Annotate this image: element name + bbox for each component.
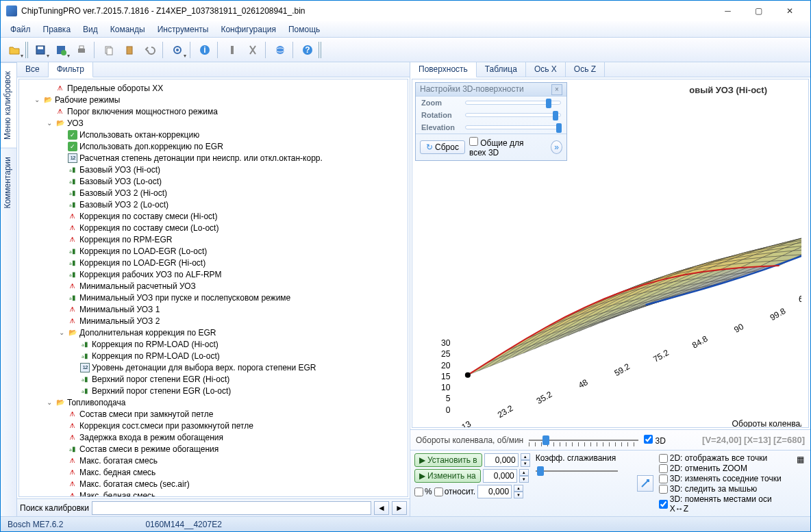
save-as-button[interactable] [51, 40, 71, 60]
tree-item[interactable]: ✓Использовать октан-коррекцию [21, 129, 406, 140]
menu-commands[interactable]: Команды [106, 23, 149, 36]
grid-icon[interactable]: ▦ [794, 453, 806, 466]
tree-item[interactable]: ⌄📂Рабочие режимы [21, 94, 406, 105]
menu-view[interactable]: Вид [79, 23, 102, 36]
tab-surface[interactable]: Поверхность [410, 62, 477, 77]
sidetab-calibrations[interactable]: Меню калибровок [1, 62, 16, 148]
tree-item[interactable]: ⌄📂УОЗ [21, 117, 406, 129]
save-button[interactable] [31, 40, 50, 60]
tool1-button[interactable] [223, 40, 242, 60]
tree-item[interactable]: ⩚Состав смеси при замкнутой петле [21, 408, 406, 420]
tree-item[interactable]: ₐ▮Коррекция по RPM-LOAD (Hi-oct) [21, 338, 406, 350]
menu-tools[interactable]: Инструменты [153, 23, 213, 36]
option-check[interactable]: 3D: поменять местами оси X↔Z [659, 494, 788, 514]
tab-axis-x[interactable]: Ось X [526, 62, 566, 77]
smooth-slider[interactable] [536, 465, 618, 477]
shared-checkbox[interactable]: Общие для всех 3D [469, 137, 542, 157]
change-spinner[interactable]: ▲▼ [519, 469, 529, 483]
menu-file[interactable]: Файл [6, 23, 35, 36]
settings-close-button[interactable]: × [551, 84, 562, 95]
tree-item[interactable]: ⩚Макс. бедная смесь [21, 490, 406, 497]
tree-item[interactable]: ⩚Коррекция по RPM-EGR [21, 233, 406, 245]
tab-all[interactable]: Все [17, 62, 49, 77]
tree-item[interactable]: ⩚Минимальный УОЗ 2 [21, 315, 406, 327]
tree-item[interactable]: ⩚Коррекция по составу смеси (Lo-oct) [21, 222, 406, 233]
search-input[interactable] [92, 501, 371, 515]
tree-item[interactable]: ⩚Макс. богатая смесь [21, 455, 406, 466]
tree-item[interactable]: ₐ▮Верхний порог степени EGR (Lo-oct) [21, 385, 406, 396]
tree-item[interactable]: ⌄📂Топливоподача [21, 396, 406, 408]
maximize-button[interactable]: ▢ [743, 1, 774, 21]
tree-item[interactable]: ₐ▮Состав смеси в режиме обогащения [21, 443, 406, 455]
tree-item[interactable]: 1.2Уровень детонации для выбора верх. по… [21, 362, 406, 373]
globe-button[interactable] [271, 40, 290, 60]
chart-area[interactable]: Настройки 3D-поверхности × Zoom Rotation… [412, 79, 809, 428]
help-button[interactable]: ? [298, 40, 317, 60]
set-button[interactable]: ▶ Установить в [414, 453, 482, 467]
info-button[interactable]: i [195, 40, 214, 60]
tab-axis-z[interactable]: Ось Z [566, 62, 605, 77]
tree-item[interactable]: ₐ▮Коррекция по RPM-LOAD (Lo-oct) [21, 350, 406, 362]
tree-item[interactable]: ⌄📂Дополнительная коррекция по EGR [21, 327, 406, 338]
tree-item[interactable]: ₐ▮Базовый УОЗ (Hi-oct) [21, 164, 406, 175]
reset-button[interactable]: ↻Сброс [420, 140, 465, 154]
minimize-button[interactable]: ─ [712, 1, 743, 21]
tree-item[interactable]: ₐ▮Базовый УОЗ (Lo-oct) [21, 175, 406, 187]
option-check[interactable]: 3D: следить за мышью [659, 484, 788, 494]
print-button[interactable] [72, 40, 91, 60]
tab-table[interactable]: Таблица [477, 62, 526, 77]
tree-item[interactable]: ₐ▮Верхний порог степени EGR (Hi-oct) [21, 373, 406, 385]
rotation-slider[interactable] [465, 113, 561, 117]
tree-item[interactable]: ₐ▮Коррекция по LOAD-EGR (Lo-oct) [21, 245, 406, 257]
elevation-slider[interactable] [465, 125, 561, 129]
relative-checkbox[interactable]: относит. [434, 487, 475, 496]
tree-item[interactable]: ⩚Коррекция сост.смеси при разомкнутой пе… [21, 420, 406, 431]
paste-button[interactable] [120, 40, 139, 60]
tree-item[interactable]: ₐ▮Базовый УОЗ 2 (Hi-oct) [21, 187, 406, 199]
tree-item[interactable]: ₐ▮Коррекция рабочих УОЗ по ALF-RPM [21, 268, 406, 280]
zoom-slider[interactable] [465, 101, 561, 105]
tree-item[interactable]: ₐ▮Базовый УОЗ 2 (Lo-oct) [21, 199, 406, 210]
tree-item[interactable]: ⩚Порог включения мощностного режима [21, 105, 406, 117]
set-value-input[interactable] [484, 453, 519, 467]
expand-button[interactable]: » [551, 140, 562, 154]
change-button[interactable]: ▶ Изменить на [414, 469, 481, 483]
toolbar-handle-2[interactable] [319, 42, 323, 58]
tree-item[interactable]: ⩚Минимальный расчетный УОЗ [21, 280, 406, 292]
set-spinner[interactable]: ▲▼ [521, 453, 530, 467]
tree-item[interactable]: ⩚Предельные обороты ХХ [21, 82, 406, 94]
search-next-button[interactable]: ► [392, 501, 407, 515]
tree-item[interactable]: ⩚Коррекция по составу смеси (Hi-oct) [21, 210, 406, 222]
apply-smooth-button[interactable] [637, 475, 653, 492]
option-check[interactable]: 2D: отменить ZOOM [659, 464, 788, 473]
menu-edit[interactable]: Правка [39, 23, 75, 36]
sidetab-comments[interactable]: Комментарии [1, 148, 16, 217]
gear-button[interactable] [168, 40, 187, 60]
open-button[interactable] [5, 40, 24, 60]
calibration-tree[interactable]: ⩚Предельные обороты ХХ⌄📂Рабочие режимы⩚П… [18, 79, 408, 497]
tool2-button[interactable] [243, 40, 262, 60]
tree-item[interactable]: ✓Использовать доп.коррекцию по EGR [21, 140, 406, 152]
tree-item[interactable]: ⩚Макс. богатая смесь (sec.air) [21, 478, 406, 490]
tree-item[interactable]: ₐ▮Минимальный УОЗ при пуске и послепуско… [21, 292, 406, 303]
toolbar-handle[interactable] [25, 42, 29, 58]
tree-item[interactable]: ⩚Макс. бедная смесь [21, 466, 406, 478]
tree-item[interactable]: ₐ▮Коррекция по LOAD-EGR (Hi-oct) [21, 257, 406, 268]
undo-button[interactable] [140, 40, 160, 60]
tree-item[interactable]: ⩚Минимальный УОЗ 1 [21, 303, 406, 315]
menu-help[interactable]: Помощь [284, 23, 324, 36]
percent-checkbox[interactable]: % [414, 487, 432, 496]
tree-item[interactable]: 1.2Расчетная степень детонации при неисп… [21, 152, 406, 164]
search-prev-button[interactable]: ◄ [374, 501, 389, 515]
option-check[interactable]: 3D: изменять соседние точки [659, 474, 788, 483]
rpm-slider[interactable] [529, 434, 638, 446]
copy-button[interactable] [99, 40, 118, 60]
rel-spinner[interactable]: ▲▼ [514, 485, 523, 498]
change-value-input[interactable] [483, 469, 517, 483]
menu-config[interactable]: Конфигурация [216, 23, 280, 36]
3d-checkbox[interactable]: 3D [644, 435, 666, 446]
tree-item[interactable]: ⩚Задержка входа в режим обогащения [21, 431, 406, 443]
tab-filter[interactable]: Фильтр [49, 62, 93, 77]
rel-value-input[interactable] [477, 485, 512, 498]
option-check[interactable]: 2D: отображать все точки [659, 453, 788, 463]
